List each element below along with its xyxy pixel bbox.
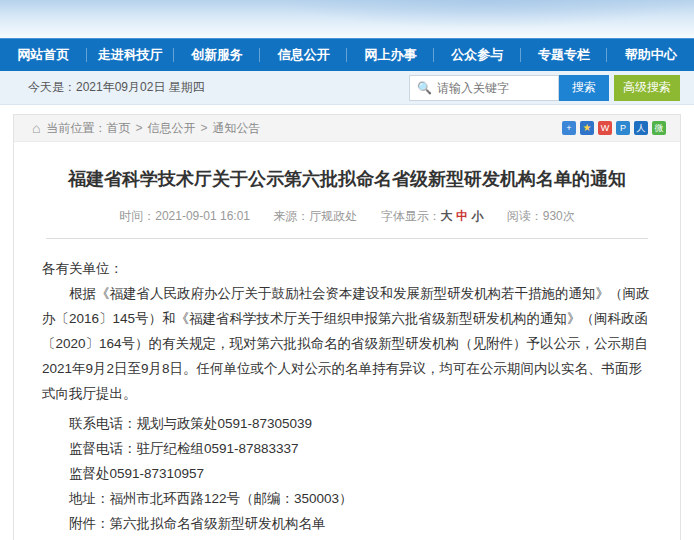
nav-item-home[interactable]: 网站首页 (0, 39, 87, 71)
share-people-icon[interactable]: 人 (634, 121, 648, 135)
search-group: 🔍 搜索 高级搜索 (409, 75, 680, 101)
breadcrumb: ⌂ 当前位置： 首页 > 信息公开 > 通知公告 (32, 120, 261, 137)
breadcrumb-separator: > (200, 121, 207, 135)
article-meta: 时间：2021-09-01 16:01 来源：厅规政处 字体显示：大 中 小 阅… (42, 208, 652, 225)
salutation-text: 各有关单位： (42, 256, 652, 281)
meta-time: 时间：2021-09-01 16:01 (119, 209, 250, 223)
nav-item-innovation-services[interactable]: 创新服务 (174, 39, 261, 71)
meta-source: 来源：厅规政处 (273, 209, 357, 223)
nav-item-help-center[interactable]: 帮助中心 (607, 39, 694, 71)
date-search-bar: 今天是：2021年09月02日 星期四 🔍 搜索 高级搜索 (0, 71, 694, 105)
breadcrumb-prefix: 当前位置： (46, 120, 106, 137)
nav-item-about-department[interactable]: 走进科技厅 (87, 39, 174, 71)
nav-item-public-participation[interactable]: 公众参与 (434, 39, 521, 71)
supervision-office-text: 监督处0591-87310957 (42, 461, 652, 486)
font-size-medium-button[interactable]: 中 (456, 209, 468, 223)
share-qq-icon[interactable]: P (616, 121, 630, 135)
home-icon: ⌂ (32, 120, 40, 136)
breadcrumb-item-info-disclosure[interactable]: 信息公开 (147, 120, 195, 137)
main-navigation: 网站首页 走进科技厅 创新服务 信息公开 网上办事 公众参与 专题专栏 帮助中心 (0, 38, 694, 71)
share-toolbar: + ★ W P 人 微 (558, 121, 666, 135)
content-panel: ⌂ 当前位置： 首页 > 信息公开 > 通知公告 + ★ W P 人 微 福建省… (13, 114, 681, 540)
meta-views: 阅读：930次 (507, 209, 575, 223)
nav-item-special-topics[interactable]: 专题专栏 (521, 39, 608, 71)
font-size-label: 字体显示： (381, 209, 441, 223)
search-icon: 🔍 (417, 81, 432, 95)
search-box: 🔍 (409, 75, 559, 101)
breadcrumb-item-notices[interactable]: 通知公告 (213, 120, 261, 137)
address-text: 地址：福州市北环西路122号（邮编：350003） (42, 486, 652, 511)
share-add-icon[interactable]: + (562, 121, 576, 135)
contact-phone-text: 联系电话：规划与政策处0591-87305039 (42, 411, 652, 436)
nav-item-info-disclosure[interactable]: 信息公开 (260, 39, 347, 71)
body-text: 根据《福建省人民政府办公厅关于鼓励社会资本建设和发展新型研发机构若干措施的通知》… (42, 281, 652, 406)
attachment-text: 附件：第六批拟命名省级新型研发机构名单 (42, 511, 652, 536)
breadcrumb-item-home[interactable]: 首页 (106, 120, 130, 137)
site-banner (0, 0, 694, 38)
contact-block: 联系电话：规划与政策处0591-87305039 监督电话：驻厅纪检组0591-… (42, 411, 652, 536)
share-wechat-icon[interactable]: 微 (652, 121, 666, 135)
font-size-large-button[interactable]: 大 (441, 209, 453, 223)
search-button[interactable]: 搜索 (559, 75, 609, 101)
article: 福建省科学技术厅关于公示第六批拟命名省级新型研发机构名单的通知 时间：2021-… (14, 142, 680, 540)
advanced-search-button[interactable]: 高级搜索 (614, 75, 680, 101)
current-date-text: 今天是：2021年09月02日 星期四 (28, 79, 205, 96)
font-size-control: 字体显示：大 中 小 (381, 209, 484, 223)
breadcrumb-separator: > (135, 121, 142, 135)
meta-divider (46, 238, 648, 239)
search-input[interactable] (437, 81, 551, 95)
page-title: 福建省科学技术厅关于公示第六批拟命名省级新型研发机构名单的通知 (62, 166, 632, 193)
share-favorite-icon[interactable]: ★ (580, 121, 594, 135)
font-size-small-button[interactable]: 小 (471, 209, 483, 223)
supervision-phone-text: 监督电话：驻厅纪检组0591-87883337 (42, 436, 652, 461)
nav-item-online-services[interactable]: 网上办事 (347, 39, 434, 71)
share-weibo-icon[interactable]: W (598, 121, 612, 135)
breadcrumb-bar: ⌂ 当前位置： 首页 > 信息公开 > 通知公告 + ★ W P 人 微 (14, 115, 680, 142)
